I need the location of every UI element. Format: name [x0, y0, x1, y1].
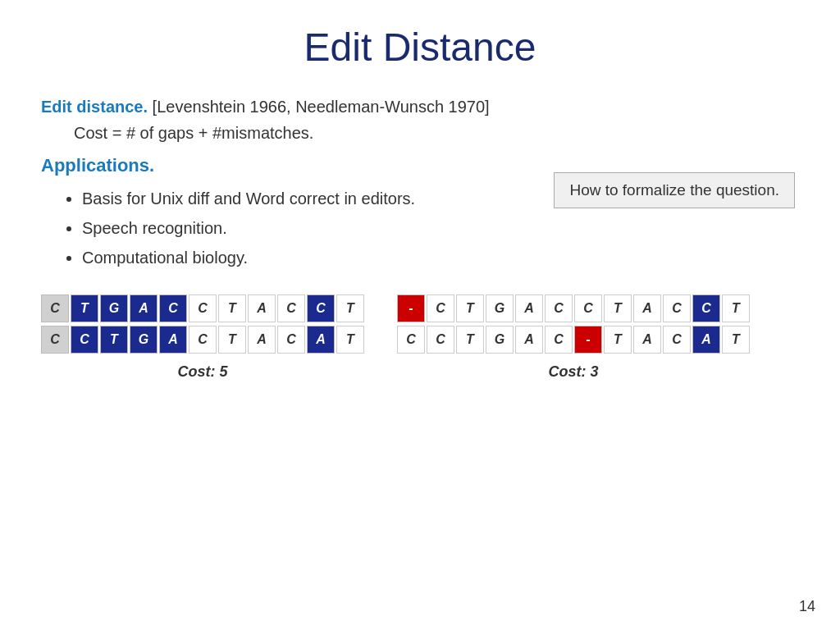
seq-cell: T — [218, 294, 246, 322]
seq-cell: - — [574, 326, 602, 354]
seq-cell: C — [427, 326, 454, 354]
seq-cell: C — [397, 326, 425, 354]
seq-cell: A — [515, 294, 543, 322]
cost-label-1: Cost: 5 — [177, 363, 227, 381]
seq-group2-row2: CCTGAC-TACAT — [397, 326, 750, 354]
seq-cell: C — [307, 294, 335, 322]
seq-cell: T — [336, 294, 364, 322]
seq-cell: C — [545, 294, 573, 322]
seq-cell: C — [189, 326, 217, 354]
seq-cell: C — [427, 294, 454, 322]
seq-cell: G — [130, 326, 158, 354]
seq-cell: T — [218, 326, 246, 354]
seq-cell: C — [663, 326, 691, 354]
edit-distance-term: Edit distance. — [41, 98, 148, 116]
seq-cell: C — [277, 326, 305, 354]
seq-cell: A — [159, 326, 187, 354]
intro-line: Edit distance. [Levenshtein 1966, Needle… — [41, 94, 799, 119]
seq-cell: T — [722, 326, 750, 354]
seq-cell: T — [336, 326, 364, 354]
seq-cell: G — [486, 294, 514, 322]
seq-cell: C — [545, 326, 573, 354]
slide-title: Edit Distance — [41, 16, 799, 70]
seq-cell: T — [456, 294, 484, 322]
seq-cell: C — [41, 294, 69, 322]
seq-cell: G — [486, 326, 514, 354]
seq-cell: A — [692, 326, 720, 354]
seq-cell: C — [189, 294, 217, 322]
seq-cell: A — [130, 294, 158, 322]
seq-cell: C — [41, 326, 69, 354]
seq-group1-row1: CTGACCTACCT — [41, 294, 364, 322]
seq-cell: T — [722, 294, 750, 322]
seq-cell: A — [633, 326, 661, 354]
seq-cell: C — [663, 294, 691, 322]
slide-number: 14 — [799, 598, 815, 615]
seq-group1-row2: CCTGACTACAT — [41, 326, 364, 354]
seq-cell: A — [515, 326, 543, 354]
seq-cell: A — [248, 294, 276, 322]
slide: Edit Distance Edit distance. [Levenshtei… — [0, 0, 840, 630]
seq-cell: T — [71, 294, 98, 322]
cost-line: Cost = # of gaps + #mismatches. — [74, 124, 799, 143]
seq-cell: C — [692, 294, 720, 322]
seq-cell: C — [159, 294, 187, 322]
seq-group2-row1: -CTGACCTACCT — [397, 294, 750, 322]
seq-cell: C — [574, 294, 602, 322]
seq-cell: - — [397, 294, 425, 322]
reference-text: [Levenshtein 1966, Needleman-Wunsch 1970… — [153, 98, 490, 116]
seq-cell: A — [248, 326, 276, 354]
formalize-box: How to formalize the question. — [554, 172, 795, 208]
seq-cell: A — [307, 326, 335, 354]
bullet-2: Speech recognition. — [82, 214, 799, 242]
seq-cell: G — [100, 294, 128, 322]
seq-cell: C — [71, 326, 98, 354]
bullet-3: Computational biology. — [82, 244, 799, 272]
seq-cell: A — [633, 294, 661, 322]
seq-cell: C — [277, 294, 305, 322]
cost-label-2: Cost: 3 — [548, 363, 598, 381]
sequences-section: CTGACCTACCT CCTGACTACAT Cost: 5 -CTGACCT… — [41, 294, 799, 381]
seq-cell: T — [604, 326, 632, 354]
seq-cell: T — [100, 326, 128, 354]
seq-group-1: CTGACCTACCT CCTGACTACAT Cost: 5 — [41, 294, 364, 381]
seq-cell: T — [604, 294, 632, 322]
seq-cell: T — [456, 326, 484, 354]
seq-group-2: -CTGACCTACCT CCTGAC-TACAT Cost: 3 — [397, 294, 750, 381]
